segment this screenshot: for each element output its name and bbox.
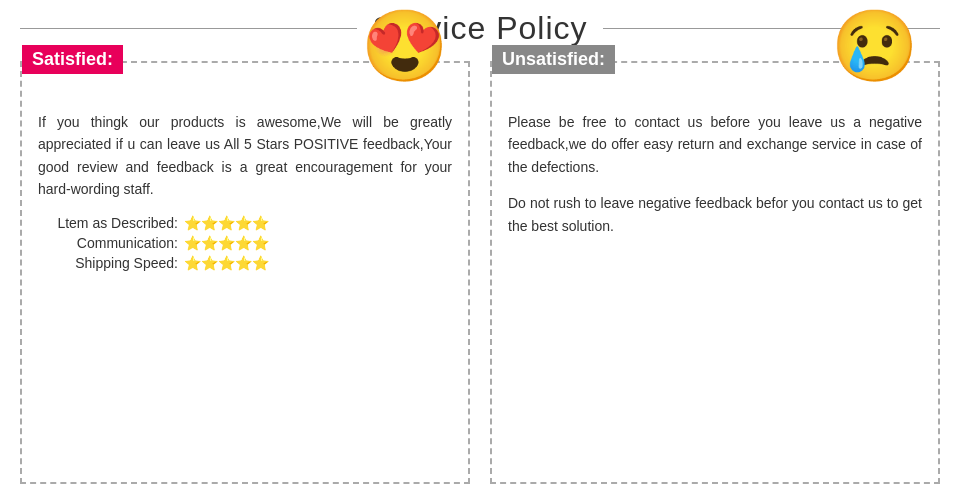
unsatisfied-badge: Unsatisfied:	[492, 45, 615, 74]
unsatisfied-text2: Do not rush to leave negative feedback b…	[508, 192, 922, 237]
satisfied-badge: Satisfied:	[22, 45, 123, 74]
stars-ship: ⭐⭐⭐⭐⭐	[184, 255, 269, 271]
stars-label-ship: Shipping Speed:	[38, 255, 178, 271]
unsatisfied-header: Unsatisfied:	[492, 45, 615, 74]
satisfied-text: If you thingk our products is awesome,We…	[38, 111, 452, 201]
stars-row-ship: Shipping Speed: ⭐⭐⭐⭐⭐	[38, 255, 452, 271]
stars-item: ⭐⭐⭐⭐⭐	[184, 215, 269, 231]
stars-label-item: Ltem as Described:	[38, 215, 178, 231]
title-row: Service Policy	[20, 10, 940, 47]
page-container: Service Policy Satisfied: 😍 If you thing…	[0, 0, 960, 504]
satisfied-emoji: 😍	[361, 11, 448, 81]
satisfied-body: If you thingk our products is awesome,We…	[38, 111, 452, 201]
columns: Satisfied: 😍 If you thingk our products …	[20, 61, 940, 484]
stars-row-item: Ltem as Described: ⭐⭐⭐⭐⭐	[38, 215, 452, 231]
stars-comm: ⭐⭐⭐⭐⭐	[184, 235, 269, 251]
stars-row-comm: Communication: ⭐⭐⭐⭐⭐	[38, 235, 452, 251]
unsatisfied-text1: Please be free to contact us before you …	[508, 111, 922, 178]
unsatisfied-column: Unsatisfied: 😢 Please be free to contact…	[490, 61, 940, 484]
unsatisfied-emoji: 😢	[831, 11, 918, 81]
satisfied-column: Satisfied: 😍 If you thingk our products …	[20, 61, 470, 484]
satisfied-header: Satisfied:	[22, 45, 123, 74]
stars-label-comm: Communication:	[38, 235, 178, 251]
stars-section: Ltem as Described: ⭐⭐⭐⭐⭐ Communication: …	[38, 215, 452, 271]
unsatisfied-body: Please be free to contact us before you …	[508, 111, 922, 237]
title-line-left	[20, 28, 357, 29]
